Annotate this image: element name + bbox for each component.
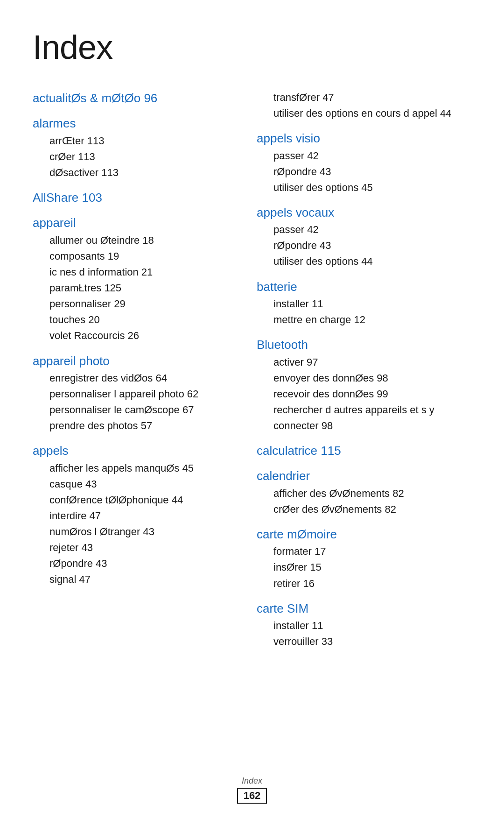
- sub-item: ic nes d information 21: [33, 264, 238, 280]
- sub-item: prendre des photos 57: [33, 418, 238, 434]
- index-section: appareil photoenregistrer des vidØos 64p…: [33, 353, 238, 434]
- footer-label: Index: [0, 776, 504, 786]
- sub-item: insØrer 15: [257, 559, 471, 575]
- sub-item: rØpondre 43: [257, 238, 471, 254]
- index-section: appelsafficher les appels manquØs 45casq…: [33, 442, 238, 587]
- sub-item: rØpondre 43: [33, 556, 238, 572]
- sub-item: rejeter 43: [33, 540, 238, 556]
- index-section: appels visiopasser 42rØpondre 43utiliser…: [257, 130, 471, 196]
- section-header: carte SIM: [257, 600, 471, 617]
- left-column: actualitØs & mØtØo 96alarmesarrŒter 113c…: [33, 90, 252, 596]
- sub-item: installer 11: [257, 618, 471, 634]
- section-header: appareil: [33, 214, 238, 231]
- sub-item: utiliser des options 45: [257, 180, 471, 196]
- sub-item: allumer ou Øteindre 18: [33, 233, 238, 248]
- sub-item: enregistrer des vidØos 64: [33, 370, 238, 386]
- index-section: transfØrer 47utiliser des options en cou…: [257, 90, 471, 121]
- sub-item: verrouiller 33: [257, 634, 471, 650]
- sub-item: passer 42: [257, 222, 471, 238]
- sub-item: rechercher d autres appareils et s y con…: [257, 402, 471, 434]
- sub-item: touches 20: [33, 312, 238, 328]
- index-section: appels vocauxpasser 42rØpondre 43utilise…: [257, 204, 471, 270]
- sub-item: installer 11: [257, 296, 471, 312]
- index-section: carte mØmoireformater 17insØrer 15retire…: [257, 526, 471, 592]
- section-header: appareil photo: [33, 353, 238, 369]
- sub-item: passer 42: [257, 148, 471, 164]
- index-section: carte SIMinstaller 11verrouiller 33: [257, 600, 471, 650]
- sub-item: activer 97: [257, 354, 471, 370]
- sub-item: mettre en charge 12: [257, 312, 471, 328]
- sub-item: arrŒter 113: [33, 133, 238, 149]
- sub-item: rØpondre 43: [257, 164, 471, 180]
- sub-item: formater 17: [257, 544, 471, 559]
- section-header: appels visio: [257, 130, 471, 147]
- sub-item: signal 47: [33, 572, 238, 587]
- sub-item: utiliser des options en cours d appel 44: [257, 106, 471, 121]
- sub-item: envoyer des donnØes 98: [257, 370, 471, 386]
- section-header: calendrier: [257, 467, 471, 484]
- sub-item: composants 19: [33, 248, 238, 264]
- sub-item: crØer des ØvØnements 82: [257, 502, 471, 517]
- section-header: alarmes: [33, 115, 238, 132]
- index-section: Bluetoothactiver 97envoyer des donnØes 9…: [257, 336, 471, 434]
- index-section: calendrierafficher des ØvØnements 82crØe…: [257, 467, 471, 517]
- section-header: appels vocaux: [257, 204, 471, 221]
- sub-item: personnaliser le camØscope 67: [33, 402, 238, 418]
- section-header: AllShare 103: [33, 189, 238, 206]
- footer-page-number: 162: [237, 788, 267, 804]
- index-section: batterieinstaller 11mettre en charge 12: [257, 278, 471, 328]
- page-footer: Index 162: [0, 776, 504, 804]
- index-section: actualitØs & mØtØo 96: [33, 90, 238, 106]
- index-columns: actualitØs & mØtØo 96alarmesarrŒter 113c…: [33, 90, 471, 658]
- index-section: alarmesarrŒter 113crØer 113dØsactiver 11…: [33, 115, 238, 181]
- section-header: appels: [33, 442, 238, 459]
- index-section: appareilallumer ou Øteindre 18composants…: [33, 214, 238, 344]
- sub-item: afficher des ØvØnements 82: [257, 486, 471, 502]
- section-header: batterie: [257, 278, 471, 295]
- sub-item: casque 43: [33, 476, 238, 492]
- sub-item: confØrence tØlØphonique 44: [33, 492, 238, 508]
- section-header: actualitØs & mØtØo 96: [33, 90, 238, 106]
- sub-item: crØer 113: [33, 149, 238, 165]
- sub-item: personnaliser 29: [33, 296, 238, 312]
- sub-item: interdire 47: [33, 508, 238, 524]
- sub-item: dØsactiver 113: [33, 165, 238, 181]
- right-column: transfØrer 47utiliser des options en cou…: [252, 90, 471, 658]
- sub-item: numØros l Øtranger 43: [33, 524, 238, 540]
- page-title: Index: [33, 28, 471, 66]
- section-header: carte mØmoire: [257, 526, 471, 543]
- sub-item: retirer 16: [257, 576, 471, 592]
- sub-item: utiliser des options 44: [257, 254, 471, 269]
- sub-item: volet Raccourcis 26: [33, 328, 238, 344]
- sub-item: recevoir des donnØes 99: [257, 386, 471, 402]
- sub-item: personnaliser l appareil photo 62: [33, 386, 238, 402]
- section-header: Bluetooth: [257, 336, 471, 353]
- index-section: calculatrice 115: [257, 442, 471, 459]
- sub-item: afficher les appels manquØs 45: [33, 460, 238, 476]
- section-header: calculatrice 115: [257, 442, 471, 459]
- sub-item: transfØrer 47: [257, 90, 471, 106]
- index-section: AllShare 103: [33, 189, 238, 206]
- sub-item: paramŁtres 125: [33, 280, 238, 296]
